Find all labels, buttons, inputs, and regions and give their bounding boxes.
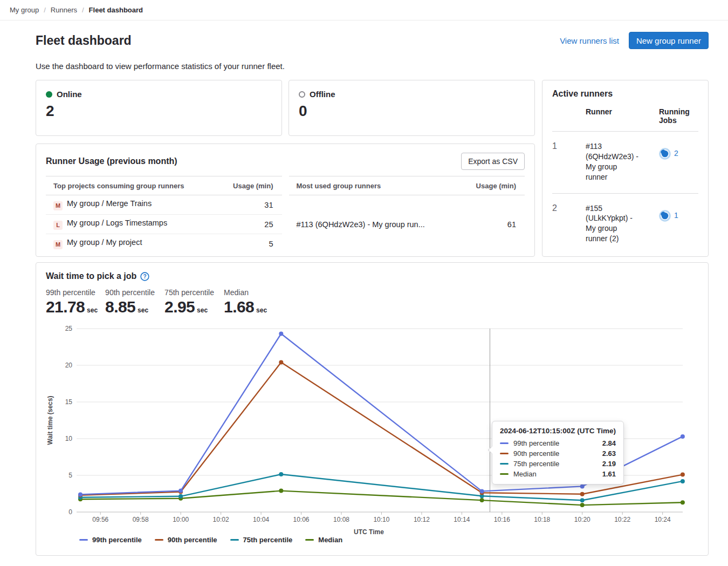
- data-point[interactable]: [78, 492, 83, 496]
- data-point[interactable]: [279, 332, 283, 336]
- svg-text:0: 0: [68, 508, 72, 516]
- stat-99th-percentile: 99th percentile 21.78sec: [46, 288, 98, 316]
- active-runners-title: Active runners: [552, 89, 698, 99]
- usage-tables: Top projects consuming group runners Usa…: [46, 176, 525, 253]
- row-index: 2: [552, 203, 576, 244]
- svg-text:10:10: 10:10: [373, 516, 389, 523]
- running-jobs-cell: 1: [649, 210, 698, 244]
- project-avatar: L: [53, 221, 63, 230]
- breadcrumb-item-my-group[interactable]: My group: [10, 6, 39, 14]
- data-point[interactable]: [480, 489, 484, 493]
- offline-count: 0: [299, 103, 525, 120]
- online-status-icon: [46, 91, 52, 98]
- legend-swatch-icon: [230, 539, 239, 541]
- legend-item-90th-percentile[interactable]: 90th percentile: [155, 536, 217, 544]
- data-point[interactable]: [480, 498, 484, 502]
- svg-text:09:56: 09:56: [92, 516, 108, 523]
- legend-label: Median: [318, 536, 342, 544]
- svg-text:10:24: 10:24: [655, 516, 671, 523]
- data-point[interactable]: [681, 473, 685, 477]
- legend-item-median[interactable]: Median: [305, 536, 342, 544]
- tooltip-swatch-icon: [500, 473, 509, 475]
- svg-text:10:04: 10:04: [253, 516, 269, 523]
- top-projects-header: Top projects consuming group runners: [46, 176, 220, 195]
- breadcrumb-item-fleet-dashboard[interactable]: Fleet dashboard: [89, 6, 143, 14]
- wait-time-title: Wait time to pick a job: [46, 271, 136, 281]
- data-point[interactable]: [580, 503, 585, 507]
- svg-text:10:14: 10:14: [454, 516, 470, 523]
- table-row: LMy group / Logs Timestamps 25: [46, 215, 282, 234]
- svg-text:10:18: 10:18: [534, 516, 550, 523]
- usage-min-header: Usage (min): [220, 176, 281, 195]
- data-point[interactable]: [580, 498, 585, 502]
- runner-link[interactable]: #113 (6QHdzW2e3) - My group runner: [586, 141, 640, 182]
- stat-90th-percentile: 90th percentile 8.85sec: [105, 288, 157, 316]
- tooltip-row: Median 1.61: [500, 470, 616, 478]
- stat-unit: sec: [256, 306, 267, 314]
- y-axis-label: Wait time (secs): [46, 396, 54, 445]
- legend-label: 90th percentile: [168, 536, 217, 544]
- data-point[interactable]: [279, 472, 283, 476]
- tooltip-row: 99th percentile 2.84: [500, 439, 616, 447]
- svg-text:15: 15: [65, 398, 73, 406]
- running-jobs-column-header: Running Jobs: [649, 107, 698, 125]
- active-runner-row: 2 #155 (ULkKYpkpt) - My group runner (2)…: [552, 193, 698, 255]
- runner-link[interactable]: #155 (ULkKYpkpt) - My group runner (2): [586, 203, 640, 244]
- data-point[interactable]: [178, 494, 183, 499]
- tooltip-swatch-icon: [500, 463, 509, 465]
- data-point[interactable]: [681, 479, 685, 483]
- project-name-link[interactable]: My group / My project: [67, 238, 142, 247]
- running-jobs-cell: 2: [649, 148, 698, 182]
- legend-item-75th-percentile[interactable]: 75th percentile: [230, 536, 293, 544]
- stat-label: 75th percentile: [164, 288, 216, 297]
- data-point[interactable]: [681, 434, 685, 439]
- project-name-link[interactable]: My group / Logs Timestamps: [67, 219, 167, 227]
- tooltip-series-name: 90th percentile: [513, 449, 559, 458]
- running-jobs-count-link[interactable]: 2: [674, 149, 678, 158]
- chart-legend: 99th percentile 90th percentile 75th per…: [79, 536, 342, 544]
- usage-value: 25: [220, 215, 281, 234]
- left-column: Online 2 Offline 0 Runner Usage (: [36, 80, 535, 257]
- data-point[interactable]: [580, 492, 585, 496]
- breadcrumb-item-runners[interactable]: Runners: [51, 6, 77, 14]
- online-label: Online: [57, 90, 82, 99]
- svg-text:09:58: 09:58: [133, 516, 149, 523]
- runner-name-link[interactable]: #113 (6QHdzW2e3) - My group run...: [289, 195, 463, 254]
- tooltip-row: 90th percentile 2.63: [500, 449, 616, 458]
- data-point[interactable]: [681, 500, 685, 504]
- svg-text:10: 10: [65, 435, 73, 442]
- fleet-dashboard-page: My group / Runners / Fleet dashboard Fle…: [0, 0, 728, 556]
- data-point[interactable]: [279, 489, 283, 493]
- data-point[interactable]: [279, 360, 283, 365]
- page-title: Fleet dashboard: [36, 33, 132, 48]
- help-icon[interactable]: ?: [140, 272, 149, 281]
- new-group-runner-button[interactable]: New group runner: [629, 32, 709, 49]
- breadcrumb-separator: /: [44, 6, 46, 14]
- legend-item-99th-percentile[interactable]: 99th percentile: [79, 536, 142, 544]
- grid-and-y-axis: 0510152025: [65, 325, 683, 516]
- project-name-link[interactable]: My group / Merge Trains: [67, 199, 152, 208]
- project-avatar: M: [53, 240, 63, 249]
- active-runners-card: Active runners Runner Running Jobs 1 #11…: [542, 80, 709, 257]
- offline-card-header: Offline: [299, 90, 525, 99]
- legend-label: 99th percentile: [92, 536, 142, 544]
- data-point[interactable]: [178, 489, 183, 493]
- stat-75th-percentile: 75th percentile 2.95sec: [164, 288, 216, 316]
- stat-value: 1.68: [224, 298, 254, 316]
- view-runners-list-link[interactable]: View runners list: [560, 36, 619, 45]
- header-actions: View runners list New group runner: [560, 32, 709, 49]
- dashboard-grid: Online 2 Offline 0 Runner Usage (: [36, 80, 709, 257]
- data-point[interactable]: [580, 484, 585, 488]
- usage-value: 31: [220, 195, 281, 215]
- online-runners-card: Online 2: [36, 80, 282, 136]
- most-used-runners-header: Most used group runners: [289, 176, 463, 195]
- stat-label: Median: [224, 288, 276, 297]
- stat-unit: sec: [87, 306, 98, 314]
- running-jobs-count-link[interactable]: 1: [674, 211, 678, 220]
- export-csv-button[interactable]: Export as CSV: [461, 153, 525, 170]
- stat-median: Median 1.68sec: [224, 288, 276, 316]
- usage-value: 5: [220, 234, 281, 254]
- runner-usage-card: Runner Usage (previous month) Export as …: [36, 144, 535, 257]
- wait-time-stats: 99th percentile 21.78sec 90th percentile…: [46, 288, 698, 316]
- stat-label: 99th percentile: [46, 288, 98, 297]
